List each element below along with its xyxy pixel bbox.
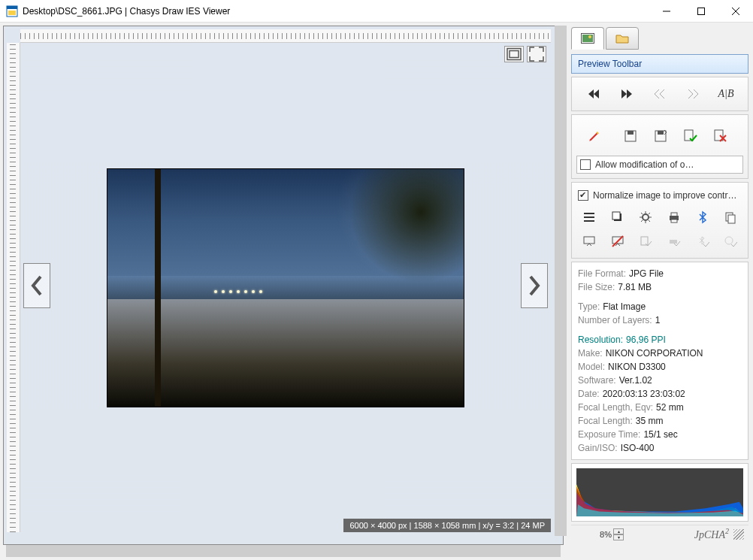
svg-rect-10 (582, 35, 593, 42)
svg-line-28 (612, 236, 623, 247)
resize-handle[interactable] (733, 529, 744, 540)
window-controls (649, 0, 753, 22)
tab-folder[interactable] (606, 27, 639, 50)
rewind-icon[interactable] (583, 85, 604, 103)
delete-icon[interactable] (710, 127, 731, 145)
svg-rect-29 (641, 237, 648, 245)
svg-rect-13 (628, 131, 634, 135)
scrollbar-horizontal[interactable] (6, 545, 561, 557)
logo-text: JpCHA2 (694, 527, 729, 541)
copy-check-icon (722, 232, 739, 250)
nav-toolbar: A|B (576, 82, 743, 106)
print-check-icon (666, 232, 682, 250)
svg-rect-15 (658, 131, 664, 135)
status-bar: 8% ▴ ▾ JpCHA2 (571, 525, 748, 543)
zoom-down-button[interactable]: ▾ (613, 534, 624, 540)
canvas-area[interactable]: 6000 × 4000 px | 1588 × 1058 mm | x/y = … (3, 26, 564, 545)
preview-image (107, 168, 464, 407)
normalize-label: Normalize image to improve contra… (593, 190, 742, 201)
ruler-vertical[interactable] (7, 43, 20, 532)
ruler-horizontal[interactable] (20, 29, 551, 43)
svg-rect-25 (728, 215, 735, 223)
presentation-disabled-icon[interactable] (609, 232, 626, 250)
svg-point-31 (725, 237, 733, 244)
fit-window-button[interactable] (504, 46, 524, 62)
allow-modification-label: Allow modification of o… (595, 159, 739, 170)
zoom-control[interactable]: 8% ▴ ▾ (576, 528, 624, 540)
close-button[interactable] (718, 0, 753, 23)
bluetooth-check-icon (694, 232, 711, 250)
rewind-first-icon (649, 85, 670, 103)
svg-rect-19 (612, 212, 620, 219)
menu-icon[interactable] (581, 208, 597, 226)
svg-rect-4 (698, 8, 705, 15)
svg-rect-23 (671, 219, 677, 222)
svg-rect-8 (510, 51, 519, 58)
svg-rect-26 (584, 237, 594, 244)
tab-image[interactable] (571, 27, 604, 50)
next-image-button[interactable] (521, 263, 548, 308)
normalize-checkbox[interactable]: Normalize image to improve contra… (576, 190, 743, 205)
checkbox-icon (580, 159, 591, 170)
save-icon[interactable] (620, 127, 641, 145)
prev-image-button[interactable] (23, 263, 50, 308)
canvas-pane: 6000 × 4000 px | 1588 × 1058 mm | x/y = … (0, 23, 567, 560)
presentation-icon[interactable] (581, 232, 597, 250)
zoom-value: 8% (576, 530, 612, 539)
side-panel: Preview Toolbar A|B (567, 23, 753, 560)
maximize-button[interactable] (684, 0, 718, 23)
layers-icon[interactable] (609, 208, 626, 226)
bluetooth-icon[interactable] (694, 208, 711, 226)
title-bar: Desktop\DSC_8661.JPG | Chasys Draw IES V… (0, 0, 753, 23)
checkbox-icon (578, 190, 588, 201)
print-icon[interactable] (666, 208, 682, 226)
svg-rect-2 (8, 11, 16, 15)
panel-header: Preview Toolbar (571, 54, 748, 74)
image-info-bar: 6000 × 4000 px | 1588 × 1058 mm | x/y = … (343, 519, 551, 532)
gear-icon[interactable] (637, 208, 654, 226)
copy-icon[interactable] (722, 208, 739, 226)
minimize-button[interactable] (649, 0, 684, 23)
save-as-icon[interactable] (650, 127, 671, 145)
ab-compare-button[interactable]: A|B (715, 85, 736, 103)
window-title: Desktop\DSC_8661.JPG | Chasys Draw IES V… (23, 6, 649, 17)
app-icon (6, 5, 18, 17)
svg-point-11 (588, 35, 591, 38)
scrollbar-vertical[interactable] (555, 26, 567, 536)
save-accept-icon[interactable] (680, 127, 701, 145)
forward-last-icon (682, 85, 703, 103)
fullscreen-button[interactable] (527, 46, 546, 62)
histogram (571, 463, 748, 522)
forward-icon[interactable] (616, 85, 637, 103)
image-surface[interactable] (20, 43, 551, 532)
svg-rect-1 (7, 6, 17, 9)
svg-rect-16 (685, 130, 693, 141)
svg-point-20 (643, 214, 649, 220)
zoom-up-button[interactable]: ▴ (613, 528, 624, 534)
metadata-panel: File Format:JPG File File Size:7.81 MB T… (571, 262, 748, 460)
layer-check-icon (637, 232, 654, 250)
allow-modification-checkbox[interactable]: Allow modification of o… (576, 156, 743, 174)
pencil-edit-icon[interactable] (581, 123, 608, 150)
svg-rect-30 (670, 240, 677, 244)
